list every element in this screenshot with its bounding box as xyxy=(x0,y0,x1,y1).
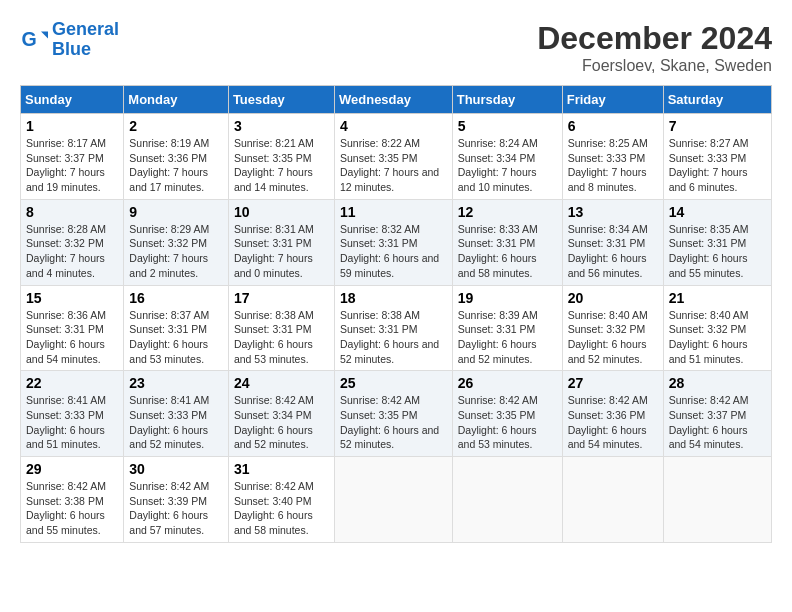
day-info: Sunrise: 8:38 AM Sunset: 3:31 PM Dayligh… xyxy=(340,308,447,367)
week-row-2: 8 Sunrise: 8:28 AM Sunset: 3:32 PM Dayli… xyxy=(21,199,772,285)
day-cell: 30 Sunrise: 8:42 AM Sunset: 3:39 PM Dayl… xyxy=(124,457,229,543)
day-number: 29 xyxy=(26,461,118,477)
day-number: 5 xyxy=(458,118,557,134)
day-cell: 15 Sunrise: 8:36 AM Sunset: 3:31 PM Dayl… xyxy=(21,285,124,371)
day-cell: 14 Sunrise: 8:35 AM Sunset: 3:31 PM Dayl… xyxy=(663,199,771,285)
day-number: 19 xyxy=(458,290,557,306)
day-cell xyxy=(334,457,452,543)
day-info: Sunrise: 8:32 AM Sunset: 3:31 PM Dayligh… xyxy=(340,222,447,281)
day-number: 27 xyxy=(568,375,658,391)
day-cell: 20 Sunrise: 8:40 AM Sunset: 3:32 PM Dayl… xyxy=(562,285,663,371)
day-info: Sunrise: 8:34 AM Sunset: 3:31 PM Dayligh… xyxy=(568,222,658,281)
day-info: Sunrise: 8:39 AM Sunset: 3:31 PM Dayligh… xyxy=(458,308,557,367)
day-cell: 27 Sunrise: 8:42 AM Sunset: 3:36 PM Dayl… xyxy=(562,371,663,457)
day-info: Sunrise: 8:24 AM Sunset: 3:34 PM Dayligh… xyxy=(458,136,557,195)
day-cell: 19 Sunrise: 8:39 AM Sunset: 3:31 PM Dayl… xyxy=(452,285,562,371)
day-info: Sunrise: 8:21 AM Sunset: 3:35 PM Dayligh… xyxy=(234,136,329,195)
day-info: Sunrise: 8:27 AM Sunset: 3:33 PM Dayligh… xyxy=(669,136,766,195)
month-title: December 2024 xyxy=(537,20,772,57)
day-number: 7 xyxy=(669,118,766,134)
title-block: December 2024 Foersloev, Skane, Sweden xyxy=(537,20,772,75)
day-info: Sunrise: 8:33 AM Sunset: 3:31 PM Dayligh… xyxy=(458,222,557,281)
day-info: Sunrise: 8:42 AM Sunset: 3:39 PM Dayligh… xyxy=(129,479,223,538)
day-cell: 22 Sunrise: 8:41 AM Sunset: 3:33 PM Dayl… xyxy=(21,371,124,457)
column-header-saturday: Saturday xyxy=(663,86,771,114)
day-cell: 12 Sunrise: 8:33 AM Sunset: 3:31 PM Dayl… xyxy=(452,199,562,285)
week-row-1: 1 Sunrise: 8:17 AM Sunset: 3:37 PM Dayli… xyxy=(21,114,772,200)
day-info: Sunrise: 8:19 AM Sunset: 3:36 PM Dayligh… xyxy=(129,136,223,195)
svg-text:G: G xyxy=(21,27,36,49)
day-cell xyxy=(452,457,562,543)
day-info: Sunrise: 8:42 AM Sunset: 3:34 PM Dayligh… xyxy=(234,393,329,452)
day-number: 3 xyxy=(234,118,329,134)
day-cell: 7 Sunrise: 8:27 AM Sunset: 3:33 PM Dayli… xyxy=(663,114,771,200)
day-number: 22 xyxy=(26,375,118,391)
day-number: 28 xyxy=(669,375,766,391)
day-info: Sunrise: 8:40 AM Sunset: 3:32 PM Dayligh… xyxy=(568,308,658,367)
day-number: 10 xyxy=(234,204,329,220)
day-cell: 21 Sunrise: 8:40 AM Sunset: 3:32 PM Dayl… xyxy=(663,285,771,371)
day-info: Sunrise: 8:42 AM Sunset: 3:36 PM Dayligh… xyxy=(568,393,658,452)
day-number: 26 xyxy=(458,375,557,391)
day-info: Sunrise: 8:42 AM Sunset: 3:35 PM Dayligh… xyxy=(458,393,557,452)
day-cell: 25 Sunrise: 8:42 AM Sunset: 3:35 PM Dayl… xyxy=(334,371,452,457)
day-cell: 29 Sunrise: 8:42 AM Sunset: 3:38 PM Dayl… xyxy=(21,457,124,543)
day-info: Sunrise: 8:28 AM Sunset: 3:32 PM Dayligh… xyxy=(26,222,118,281)
day-cell: 1 Sunrise: 8:17 AM Sunset: 3:37 PM Dayli… xyxy=(21,114,124,200)
day-info: Sunrise: 8:17 AM Sunset: 3:37 PM Dayligh… xyxy=(26,136,118,195)
day-info: Sunrise: 8:35 AM Sunset: 3:31 PM Dayligh… xyxy=(669,222,766,281)
day-number: 20 xyxy=(568,290,658,306)
day-number: 6 xyxy=(568,118,658,134)
week-row-4: 22 Sunrise: 8:41 AM Sunset: 3:33 PM Dayl… xyxy=(21,371,772,457)
day-cell xyxy=(562,457,663,543)
day-number: 16 xyxy=(129,290,223,306)
day-cell: 28 Sunrise: 8:42 AM Sunset: 3:37 PM Dayl… xyxy=(663,371,771,457)
day-info: Sunrise: 8:29 AM Sunset: 3:32 PM Dayligh… xyxy=(129,222,223,281)
day-info: Sunrise: 8:42 AM Sunset: 3:38 PM Dayligh… xyxy=(26,479,118,538)
day-number: 11 xyxy=(340,204,447,220)
day-info: Sunrise: 8:41 AM Sunset: 3:33 PM Dayligh… xyxy=(129,393,223,452)
day-number: 25 xyxy=(340,375,447,391)
day-cell: 8 Sunrise: 8:28 AM Sunset: 3:32 PM Dayli… xyxy=(21,199,124,285)
day-info: Sunrise: 8:42 AM Sunset: 3:40 PM Dayligh… xyxy=(234,479,329,538)
column-header-sunday: Sunday xyxy=(21,86,124,114)
day-info: Sunrise: 8:37 AM Sunset: 3:31 PM Dayligh… xyxy=(129,308,223,367)
column-header-thursday: Thursday xyxy=(452,86,562,114)
day-number: 21 xyxy=(669,290,766,306)
day-cell: 17 Sunrise: 8:38 AM Sunset: 3:31 PM Dayl… xyxy=(228,285,334,371)
day-cell: 13 Sunrise: 8:34 AM Sunset: 3:31 PM Dayl… xyxy=(562,199,663,285)
day-cell: 24 Sunrise: 8:42 AM Sunset: 3:34 PM Dayl… xyxy=(228,371,334,457)
day-number: 12 xyxy=(458,204,557,220)
day-cell: 2 Sunrise: 8:19 AM Sunset: 3:36 PM Dayli… xyxy=(124,114,229,200)
day-cell: 9 Sunrise: 8:29 AM Sunset: 3:32 PM Dayli… xyxy=(124,199,229,285)
day-cell: 31 Sunrise: 8:42 AM Sunset: 3:40 PM Dayl… xyxy=(228,457,334,543)
day-cell: 3 Sunrise: 8:21 AM Sunset: 3:35 PM Dayli… xyxy=(228,114,334,200)
svg-marker-1 xyxy=(41,31,48,38)
logo-line2: Blue xyxy=(52,39,91,59)
column-header-friday: Friday xyxy=(562,86,663,114)
day-cell: 6 Sunrise: 8:25 AM Sunset: 3:33 PM Dayli… xyxy=(562,114,663,200)
week-row-5: 29 Sunrise: 8:42 AM Sunset: 3:38 PM Dayl… xyxy=(21,457,772,543)
day-info: Sunrise: 8:31 AM Sunset: 3:31 PM Dayligh… xyxy=(234,222,329,281)
day-info: Sunrise: 8:38 AM Sunset: 3:31 PM Dayligh… xyxy=(234,308,329,367)
day-info: Sunrise: 8:41 AM Sunset: 3:33 PM Dayligh… xyxy=(26,393,118,452)
column-header-monday: Monday xyxy=(124,86,229,114)
day-number: 4 xyxy=(340,118,447,134)
day-number: 31 xyxy=(234,461,329,477)
day-cell: 11 Sunrise: 8:32 AM Sunset: 3:31 PM Dayl… xyxy=(334,199,452,285)
day-number: 24 xyxy=(234,375,329,391)
day-info: Sunrise: 8:36 AM Sunset: 3:31 PM Dayligh… xyxy=(26,308,118,367)
logo-icon: G xyxy=(20,26,48,54)
day-number: 30 xyxy=(129,461,223,477)
location: Foersloev, Skane, Sweden xyxy=(537,57,772,75)
day-info: Sunrise: 8:42 AM Sunset: 3:37 PM Dayligh… xyxy=(669,393,766,452)
page-header: G General Blue December 2024 Foersloev, … xyxy=(20,20,772,75)
day-number: 17 xyxy=(234,290,329,306)
day-number: 13 xyxy=(568,204,658,220)
logo: G General Blue xyxy=(20,20,119,60)
day-info: Sunrise: 8:25 AM Sunset: 3:33 PM Dayligh… xyxy=(568,136,658,195)
day-info: Sunrise: 8:40 AM Sunset: 3:32 PM Dayligh… xyxy=(669,308,766,367)
day-info: Sunrise: 8:42 AM Sunset: 3:35 PM Dayligh… xyxy=(340,393,447,452)
header-row: SundayMondayTuesdayWednesdayThursdayFrid… xyxy=(21,86,772,114)
column-header-tuesday: Tuesday xyxy=(228,86,334,114)
